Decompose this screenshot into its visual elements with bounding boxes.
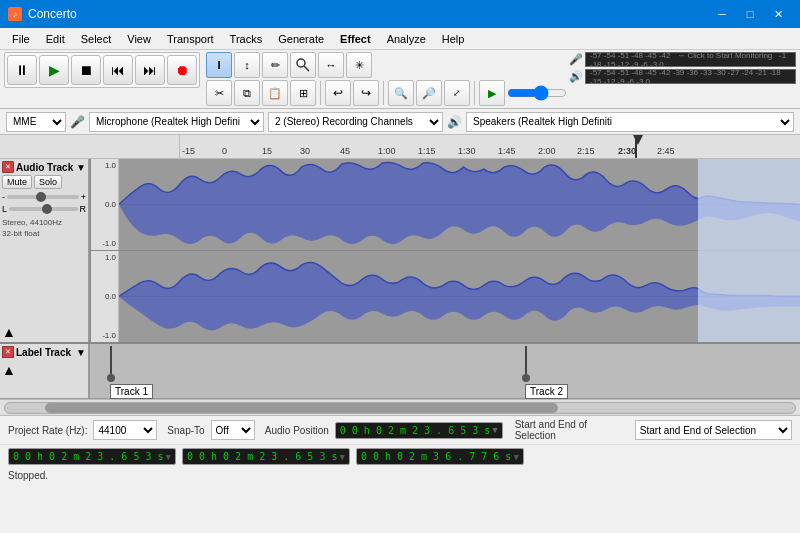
skip-back-button[interactable]: ⏮	[103, 55, 133, 85]
project-rate-select[interactable]: 44100	[93, 420, 157, 440]
minimize-button[interactable]: ─	[708, 3, 736, 25]
meters-area: 🎤 -57 -54 -51 -48 -45 -42 ↔ Click to Sta…	[569, 52, 796, 84]
time1-value: 0 0 h 0 2 m 2 3 . 6 5 3 s	[13, 451, 164, 462]
waveform-svg-1	[119, 159, 800, 250]
pan-row: L R	[2, 204, 86, 214]
track-info-line1: Stereo, 44100Hz	[2, 217, 86, 228]
track-info-line2: 32-bit float	[2, 228, 86, 239]
time2-arrow[interactable]: ▼	[339, 452, 344, 462]
scroll-thumb[interactable]	[45, 403, 559, 413]
label-track-name: Label Track	[16, 347, 74, 358]
titlebar-controls: ─ □ ✕	[708, 3, 792, 25]
toolbar-area: ⏸ ▶ ⏹ ⏮ ⏭ ⏺ I ↕ ✏ ↔ ✳ ✂ ⧉ 📋 ⊞ ↩ ↪ 🔍 🔎	[0, 50, 800, 109]
speed-slider[interactable]	[507, 86, 567, 100]
time3-value: 0 0 h 0 2 m 3 6 . 7 7 6 s	[361, 451, 512, 462]
audio-track-close[interactable]: ✕	[2, 161, 14, 173]
fit-project-button[interactable]: ⤢	[444, 80, 470, 106]
selection-tool[interactable]: I	[206, 52, 232, 78]
ruler-2min45: 2:45	[657, 146, 675, 156]
host-select[interactable]: MME	[6, 112, 66, 132]
menu-analyze[interactable]: Analyze	[379, 31, 434, 47]
stop-button[interactable]: ⏹	[71, 55, 101, 85]
zoom-out-button[interactable]: 🔎	[416, 80, 442, 106]
mic-icon2: 🎤	[70, 115, 85, 129]
play-at-speed[interactable]: ▶	[479, 80, 505, 106]
maximize-button[interactable]: □	[736, 3, 764, 25]
app-title: Concerto	[28, 7, 77, 21]
ruler-15: 15	[262, 146, 272, 156]
redo-button[interactable]: ↪	[353, 80, 379, 106]
envelope-tool[interactable]: ↕	[234, 52, 260, 78]
gain-minus: -	[2, 192, 5, 202]
playback-meter[interactable]: -57 -54 -51 -48 -45 -42 -39 -36 -33 -30 …	[585, 69, 796, 84]
menu-view[interactable]: View	[119, 31, 159, 47]
menu-effect[interactable]: Effect	[332, 31, 379, 47]
playback-meter-numbers: -57 -54 -51 -48 -45 -42 -39 -36 -33 -30 …	[590, 69, 791, 84]
menu-transport[interactable]: Transport	[159, 31, 222, 47]
multitool[interactable]: ✳	[346, 52, 372, 78]
undo-button[interactable]: ↩	[325, 80, 351, 106]
menu-select[interactable]: Select	[73, 31, 120, 47]
label-track-close[interactable]: ✕	[2, 346, 14, 358]
record-meter[interactable]: -57 -54 -51 -48 -45 -42 ↔ Click to Start…	[585, 52, 796, 67]
solo-button[interactable]: Solo	[34, 175, 62, 189]
close-button[interactable]: ✕	[764, 3, 792, 25]
output-select[interactable]: Speakers (Realtek High Definiti	[466, 112, 794, 132]
selection-mode-select[interactable]: Start and End of Selection	[635, 420, 792, 440]
audio-track-menu[interactable]: ▼	[76, 162, 86, 173]
track2-marker: Track 2	[525, 346, 568, 399]
y-max-2: 1.0	[93, 253, 116, 262]
paste-button[interactable]: 📋	[262, 80, 288, 106]
ruler-2min: 2:00	[538, 146, 556, 156]
menu-edit[interactable]: Edit	[38, 31, 73, 47]
record-button[interactable]: ⏺	[167, 55, 197, 85]
play-button[interactable]: ▶	[39, 55, 69, 85]
label-collapse-arrow[interactable]: ▲	[2, 362, 86, 378]
pan-slider-thumb[interactable]	[42, 204, 52, 214]
status-row2: 0 0 h 0 2 m 2 3 . 6 5 3 s ▼ 0 0 h 0 2 m …	[0, 445, 800, 468]
waveform-channel-2: 1.0 0.0 -1.0	[91, 251, 800, 342]
copy-button[interactable]: ⧉	[234, 80, 260, 106]
audio-pos-arrow[interactable]: ▼	[492, 425, 497, 435]
transport-group: ⏸ ▶ ⏹ ⏮ ⏭ ⏺	[4, 52, 200, 88]
time3-arrow[interactable]: ▼	[513, 452, 518, 462]
y-mid-2: 0.0	[93, 292, 116, 301]
timeshift-tool[interactable]: ↔	[318, 52, 344, 78]
input-select[interactable]: Microphone (Realtek High Defini	[89, 112, 264, 132]
trim-button[interactable]: ⊞	[290, 80, 316, 106]
pause-button[interactable]: ⏸	[7, 55, 37, 85]
ruler-1min45: 1:45	[498, 146, 516, 156]
mute-button[interactable]: Mute	[2, 175, 32, 189]
draw-tool[interactable]: ✏	[262, 52, 288, 78]
skip-forward-button[interactable]: ⏭	[135, 55, 165, 85]
tools-column: I ↕ ✏ ↔ ✳ ✂ ⧉ 📋 ⊞ ↩ ↪ 🔍 🔎 ⤢ ▶	[206, 52, 567, 106]
waveform-channel-1: 1.0 0.0 -1.0	[91, 159, 800, 251]
menubar: File Edit Select View Transport Tracks G…	[0, 28, 800, 50]
ruler-area: -15 0 15 30 45 1:00 1:15 1:30 1:45 2:00 …	[180, 135, 800, 158]
channels-select[interactable]: 2 (Stereo) Recording Channels	[268, 112, 443, 132]
track-info: Stereo, 44100Hz 32-bit float	[2, 217, 86, 239]
label-track-menu[interactable]: ▼	[76, 347, 86, 358]
svg-line-1	[304, 66, 309, 71]
track2-marker-line	[525, 346, 527, 374]
cut-button[interactable]: ✂	[206, 80, 232, 106]
y-max: 1.0	[93, 161, 116, 170]
ruler-1min30: 1:30	[458, 146, 476, 156]
menu-help[interactable]: Help	[434, 31, 473, 47]
gain-slider-thumb[interactable]	[36, 192, 46, 202]
y-axis-2: 1.0 0.0 -1.0	[91, 251, 119, 342]
label-track-header-top: ✕ Label Track ▼	[2, 346, 86, 358]
snap-to-select[interactable]: Off	[211, 420, 255, 440]
audio-position-label: Audio Position	[265, 425, 329, 436]
zoom-in-button[interactable]: 🔍	[388, 80, 414, 106]
time1-arrow[interactable]: ▼	[166, 452, 171, 462]
menu-tracks[interactable]: Tracks	[222, 31, 271, 47]
track1-marker-dot	[107, 374, 115, 382]
ruler-marks: -15 0 15 30 45 1:00 1:15 1:30 1:45 2:00 …	[180, 135, 800, 158]
playback-meter-row: 🔊 -57 -54 -51 -48 -45 -42 -39 -36 -33 -3…	[569, 69, 796, 84]
zoom-tool[interactable]	[290, 52, 316, 78]
menu-generate[interactable]: Generate	[270, 31, 332, 47]
track-collapse-arrow[interactable]: ▲	[2, 324, 86, 340]
menu-file[interactable]: File	[4, 31, 38, 47]
status-row1: Project Rate (Hz): 44100 Snap-To Off Aud…	[0, 416, 800, 445]
